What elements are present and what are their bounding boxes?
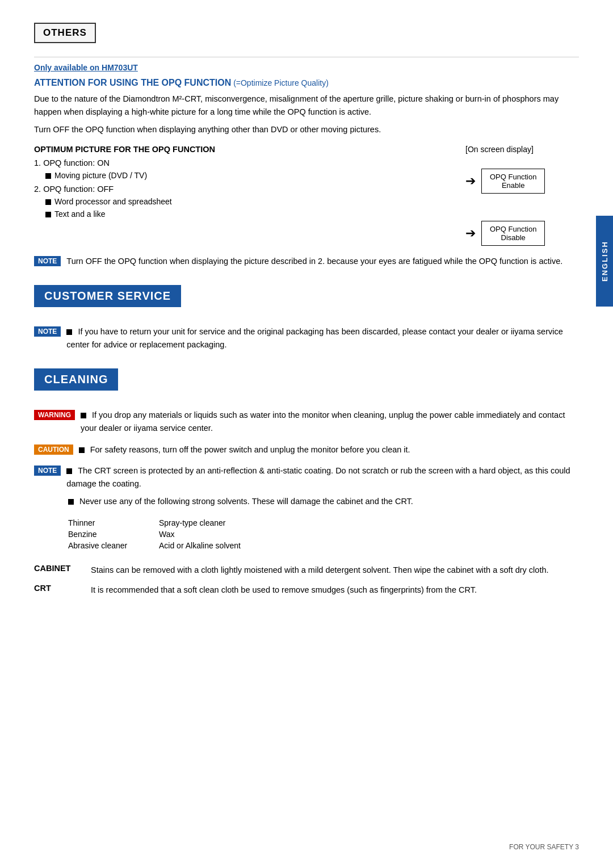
note-badge: NOTE xyxy=(34,256,61,266)
optimum-title: OPTIMUM PICTURE FOR THE OPQ FUNCTION xyxy=(34,145,448,154)
english-sidebar: ENGLISH xyxy=(596,216,613,307)
warning-block: WARNING If you drop any materials or liq… xyxy=(34,409,579,435)
bullet-icon xyxy=(79,447,85,453)
cleaning-note-text2: Never use any of the following strong so… xyxy=(68,495,413,508)
opq-item-1: 1. OPQ function: ON xyxy=(34,158,448,167)
cleaning-note-row: NOTE The CRT screen is protected by an a… xyxy=(34,464,579,490)
cleaning-note-badge: NOTE xyxy=(34,466,61,476)
bullet-icon xyxy=(45,212,51,217)
bullet-icon xyxy=(66,468,72,474)
on-screen-label: [On screen display] xyxy=(465,145,534,154)
cleaning-note-row2: Never use any of the following strong so… xyxy=(68,495,413,508)
bullet-icon xyxy=(66,329,72,335)
footer-text: FOR YOUR SAFETY 3 xyxy=(509,843,579,851)
arrow-icon-1: ➔ xyxy=(465,174,476,188)
crt-label: CRT xyxy=(34,584,79,597)
opq-item-2: 2. OPQ function: OFF xyxy=(34,184,448,194)
optimum-section: OPTIMUM PICTURE FOR THE OPQ FUNCTION 1. … xyxy=(34,145,579,246)
warning-text: If you drop any materials or liquids suc… xyxy=(81,409,579,435)
opq-item-2-sub2: Text and a like xyxy=(34,209,448,219)
customer-service-note-badge: NOTE xyxy=(34,326,61,337)
cabinet-text: Stains can be removed with a cloth light… xyxy=(91,564,579,577)
others-note-text: Turn OFF the OPQ function when displayin… xyxy=(66,255,562,268)
others-heading: OTHERS xyxy=(43,27,87,38)
cleaning-heading: CLEANING xyxy=(34,368,118,391)
footer: FOR YOUR SAFETY 3 xyxy=(509,843,579,851)
arrow-row-1: ➔ OPQ Function Enable xyxy=(465,169,545,194)
opq-item-1-sub: Moving picture (DVD / TV) xyxy=(34,171,448,180)
bullet-icon xyxy=(45,199,51,205)
caution-badge: CAUTION xyxy=(34,445,73,455)
opq-diagrams: [On screen display] ➔ OPQ Function Enabl… xyxy=(465,145,579,246)
opq-box-enable: OPQ Function Enable xyxy=(481,169,545,194)
crt-text: It is recommended that a soft clean clot… xyxy=(91,584,579,597)
cleaning-note-text1: The CRT screen is protected by an anti-r… xyxy=(66,464,579,490)
cleaning-note-block: NOTE The CRT screen is protected by an a… xyxy=(34,464,579,556)
opq-item-2-sub1: Word processor and spreadsheet xyxy=(34,197,448,206)
bullet-icon xyxy=(68,499,74,505)
others-note-block: NOTE Turn OFF the OPQ function when disp… xyxy=(34,255,579,268)
caution-block: CAUTION For safety reasons, turn off the… xyxy=(34,443,579,456)
cabinet-label: CABINET xyxy=(34,564,79,577)
solvent-thinner: Thinner xyxy=(68,518,159,527)
available-line: Only available on HM703UT xyxy=(34,63,579,72)
opq-box-disable: OPQ Function Disable xyxy=(481,221,545,246)
body-text-1: Due to the nature of the Diamondtron M²-… xyxy=(34,93,579,119)
optimum-list: 1. OPQ function: ON Moving picture (DVD … xyxy=(34,158,448,219)
bullet-icon xyxy=(81,413,86,418)
customer-service-note-text: If you have to return your unit for serv… xyxy=(66,325,579,351)
body-text-2: Turn OFF the OPQ function when displayin… xyxy=(34,123,579,136)
attention-title: ATTENTION FOR USING THE OPQ FUNCTION (=O… xyxy=(34,78,579,88)
crt-row: CRT It is recommended that a soft clean … xyxy=(34,584,579,597)
optimum-left: OPTIMUM PICTURE FOR THE OPQ FUNCTION 1. … xyxy=(34,145,448,222)
solvent-spray: Spray-type cleaner xyxy=(159,518,284,527)
bullet-icon xyxy=(45,173,51,179)
solvent-benzine: Benzine xyxy=(68,530,159,539)
solvent-abrasive: Abrasive cleaner xyxy=(68,541,159,550)
solvent-table: Thinner Spray-type cleaner Benzine Wax A… xyxy=(68,518,284,550)
customer-service-note-block: NOTE If you have to return your unit for… xyxy=(34,325,579,351)
warning-badge: WARNING xyxy=(34,410,75,420)
caution-text: For safety reasons, turn off the power s… xyxy=(79,443,410,456)
arrow-row-2: ➔ OPQ Function Disable xyxy=(465,221,545,246)
arrow-box: ➔ OPQ Function Enable ➔ OPQ Function Dis… xyxy=(465,169,545,246)
others-heading-box: OTHERS xyxy=(34,23,96,43)
solvent-acid: Acid or Alkaline solvent xyxy=(159,541,284,550)
customer-service-heading: CUSTOMER SERVICE xyxy=(34,285,181,307)
arrow-icon-2: ➔ xyxy=(465,226,476,241)
divider xyxy=(34,57,579,57)
model-name: HM703UT xyxy=(102,63,138,72)
cabinet-row: CABINET Stains can be removed with a clo… xyxy=(34,564,579,577)
solvent-wax: Wax xyxy=(159,530,284,539)
